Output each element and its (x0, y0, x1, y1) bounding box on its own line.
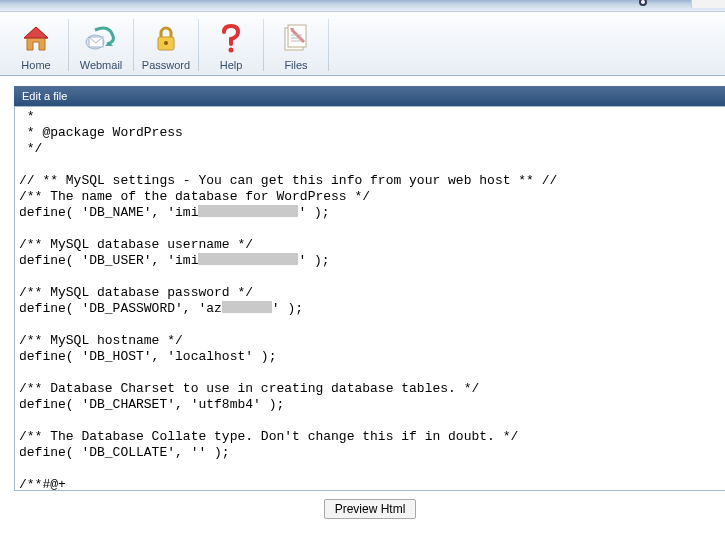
window-header (0, 0, 725, 12)
main-toolbar: Home Webmail Password (0, 12, 725, 76)
home-icon (21, 23, 51, 55)
code-line (19, 157, 725, 173)
code-line: define( 'DB_PASSWORD', 'az' ); (19, 301, 725, 317)
code-line: define( 'DB_CHARSET', 'utf8mb4' ); (19, 397, 725, 413)
code-line: // ** MySQL settings - You can get this … (19, 173, 725, 189)
toolbar-sep (328, 19, 329, 71)
code-line: define( 'DB_COLLATE', '' ); (19, 445, 725, 461)
code-line: /** Database Charset to use in creating … (19, 381, 725, 397)
help-icon (220, 23, 242, 55)
toolbar-help-label: Help (220, 59, 243, 71)
code-line: define( 'DB_HOST', 'localhost' ); (19, 349, 725, 365)
svg-point-7 (229, 48, 234, 53)
code-line: /**#@+ (19, 477, 725, 491)
code-line (19, 269, 725, 285)
panel-title: Edit a file (14, 86, 725, 106)
toolbar-webmail-label: Webmail (80, 59, 123, 71)
code-line: /** MySQL database password */ (19, 285, 725, 301)
code-line: */ (19, 141, 725, 157)
redacted-value (198, 253, 298, 265)
bottom-bar: Preview Html (14, 499, 725, 519)
window-corner (691, 0, 725, 8)
toolbar-webmail[interactable]: Webmail (69, 15, 133, 75)
code-line (19, 365, 725, 381)
code-line: /** The Database Collate type. Don't cha… (19, 429, 725, 445)
code-line: * @package WordPress (19, 125, 725, 141)
content-area: Edit a file * * @package WordPress */ //… (0, 76, 725, 519)
redacted-value (222, 301, 272, 313)
toolbar-files-label: Files (284, 59, 307, 71)
code-line (19, 317, 725, 333)
code-line: /** MySQL hostname */ (19, 333, 725, 349)
toolbar-help[interactable]: Help (199, 15, 263, 75)
avatar-circle (639, 0, 647, 6)
code-line: define( 'DB_USER', 'imi' ); (19, 253, 725, 269)
files-icon (282, 23, 310, 55)
code-line: /** The name of the database for WordPre… (19, 189, 725, 205)
code-line (19, 413, 725, 429)
preview-html-button[interactable]: Preview Html (324, 499, 417, 519)
code-line (19, 461, 725, 477)
toolbar-password-label: Password (142, 59, 190, 71)
code-line: /** MySQL database username */ (19, 237, 725, 253)
code-editor[interactable]: * * @package WordPress */ // ** MySQL se… (14, 106, 725, 491)
code-line (19, 221, 725, 237)
svg-point-6 (164, 41, 168, 45)
toolbar-home[interactable]: Home (4, 15, 68, 75)
lock-icon (153, 23, 179, 55)
toolbar-files[interactable]: Files (264, 15, 328, 75)
code-line: define( 'DB_NAME', 'imi' ); (19, 205, 725, 221)
toolbar-password[interactable]: Password (134, 15, 198, 75)
redacted-value (198, 205, 298, 217)
toolbar-home-label: Home (21, 59, 50, 71)
code-line: * (19, 109, 725, 125)
svg-marker-1 (24, 27, 48, 38)
mail-icon (85, 23, 117, 55)
